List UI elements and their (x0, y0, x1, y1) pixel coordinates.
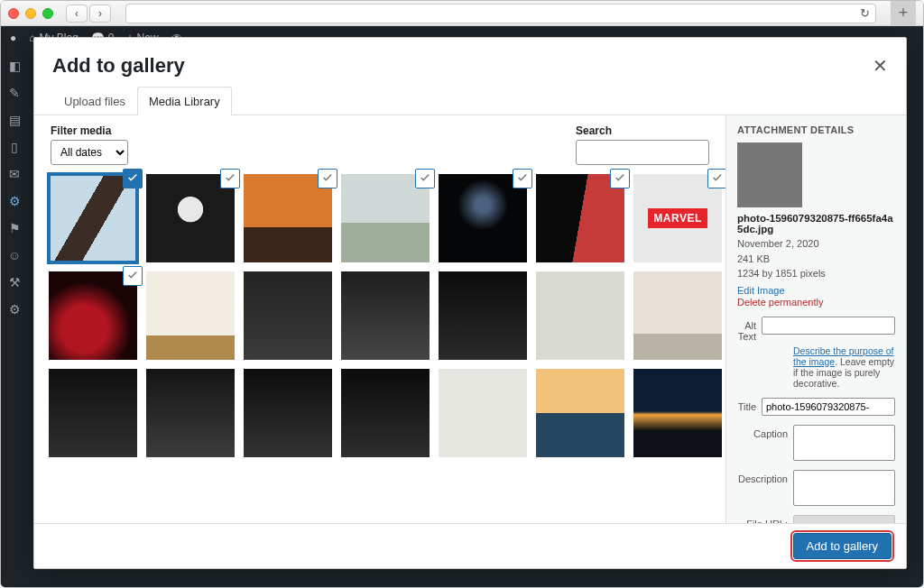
plugins-icon[interactable]: ⚑ (9, 221, 21, 235)
title-label: Title (737, 398, 756, 412)
modal-tabs: Upload files Media Library (34, 87, 906, 115)
file-url-readonly[interactable] (793, 515, 895, 524)
alt-text-label: Alt Text (737, 317, 756, 342)
media-thumb[interactable] (439, 369, 527, 457)
media-thumb[interactable] (244, 271, 332, 360)
media-thumb[interactable] (536, 174, 624, 262)
media-thumb[interactable] (244, 369, 332, 457)
tab-upload-files[interactable]: Upload files (52, 87, 137, 115)
attachment-dimensions: 1234 by 1851 pixels (737, 266, 895, 281)
caption-input[interactable] (793, 425, 895, 461)
new-tab-button[interactable]: + (891, 1, 916, 26)
alt-text-input[interactable] (762, 317, 895, 335)
attachment-filename: photo-1596079320875-ff665fa4a5dc.jpg (737, 213, 895, 234)
modal-title: Add to gallery (52, 54, 185, 78)
media-thumb[interactable] (49, 174, 137, 262)
media-icon[interactable]: ▤ (9, 113, 21, 127)
media-grid (34, 169, 725, 473)
close-window-button[interactable] (8, 8, 19, 19)
description-row: Description (737, 470, 895, 506)
dashboard-icon[interactable]: ◧ (9, 59, 21, 73)
filter-date-select[interactable]: All dates (51, 140, 128, 165)
media-thumb[interactable] (536, 369, 624, 457)
users-icon[interactable]: ☺ (8, 248, 21, 262)
media-thumb[interactable] (49, 369, 137, 457)
media-thumb[interactable] (146, 271, 235, 360)
modal-body: Filter media All dates Search (34, 115, 906, 523)
attachment-date: November 2, 2020 (737, 236, 895, 252)
media-thumb[interactable] (341, 271, 430, 360)
pages-icon[interactable]: ▯ (11, 140, 18, 154)
media-thumb[interactable] (341, 174, 430, 262)
wp-logo-icon[interactable]: ● (10, 32, 16, 44)
search-label: Search (576, 124, 709, 137)
browser-window: ‹ › ↻ + ● ⌂ My Blog 💬 0 + New 👁 (0, 0, 924, 588)
media-thumb[interactable] (633, 174, 722, 262)
wp-admin-backdrop: ● ⌂ My Blog 💬 0 + New 👁 ◧ ✎ ▤ ▯ ✉ ⚙ ⚑ (1, 26, 923, 587)
filter-label: Filter media (51, 124, 128, 137)
search-column: Search (576, 124, 709, 165)
media-thumb[interactable] (439, 271, 527, 360)
check-icon[interactable] (220, 169, 240, 188)
description-input[interactable] (793, 470, 895, 506)
check-icon[interactable] (123, 169, 143, 188)
details-heading: ATTACHMENT DETAILS (737, 124, 895, 135)
file-url-row: File URL: (737, 515, 895, 524)
browser-nav: ‹ › (66, 5, 111, 23)
traffic-lights (8, 8, 53, 19)
modal-header: Add to gallery ✕ (34, 38, 906, 87)
check-icon[interactable] (513, 169, 532, 188)
caption-row: Caption (737, 425, 895, 461)
tools-icon[interactable]: ⚒ (9, 275, 21, 289)
media-thumb[interactable] (536, 271, 624, 360)
check-icon[interactable] (415, 169, 435, 188)
address-bar[interactable]: ↻ (125, 4, 876, 23)
appearance-icon[interactable]: ⚙ (9, 194, 21, 208)
media-thumb[interactable] (244, 174, 332, 262)
posts-icon[interactable]: ✎ (9, 86, 20, 100)
filter-column: Filter media All dates (51, 124, 128, 165)
check-icon[interactable] (318, 169, 337, 188)
search-input[interactable] (576, 140, 709, 165)
check-icon[interactable] (123, 266, 143, 286)
reload-icon[interactable]: ↻ (860, 6, 870, 20)
alt-text-helper: Describe the purpose of the image. Leave… (793, 345, 895, 389)
media-thumb[interactable] (633, 271, 722, 360)
forward-button[interactable]: › (89, 5, 111, 23)
title-input[interactable] (762, 398, 895, 416)
wp-admin-sidebar: ◧ ✎ ▤ ▯ ✉ ⚙ ⚑ ☺ ⚒ ⚙ (1, 50, 28, 587)
media-thumb[interactable] (633, 369, 722, 457)
settings-icon[interactable]: ⚙ (9, 302, 21, 317)
modal-footer: Add to gallery (34, 523, 906, 568)
media-modal: Add to gallery ✕ Upload files Media Libr… (33, 37, 907, 569)
delete-permanently-link[interactable]: Delete permanently (737, 297, 895, 308)
comments-icon[interactable]: ✉ (9, 167, 20, 181)
attachment-filesize: 241 KB (737, 252, 895, 267)
attachment-actions: Edit Image Delete permanently (737, 285, 895, 308)
media-thumb[interactable] (341, 369, 430, 457)
attachment-details: ATTACHMENT DETAILS photo-1596079320875-f… (725, 115, 906, 523)
media-thumb[interactable] (49, 271, 137, 360)
media-thumb[interactable] (146, 369, 235, 457)
tab-media-library[interactable]: Media Library (137, 87, 232, 115)
back-button[interactable]: ‹ (66, 5, 88, 23)
check-icon[interactable] (610, 169, 630, 188)
media-thumb[interactable] (439, 174, 527, 262)
minimize-window-button[interactable] (25, 8, 36, 19)
media-thumb[interactable] (146, 174, 235, 262)
alt-text-row: Alt Text (737, 317, 895, 342)
media-toolbar: Filter media All dates Search (34, 115, 725, 169)
modal-close-button[interactable]: ✕ (873, 55, 888, 77)
title-row: Title (737, 398, 895, 416)
add-to-gallery-button[interactable]: Add to gallery (793, 533, 892, 559)
caption-label: Caption (737, 425, 788, 439)
description-label: Description (737, 470, 788, 484)
macos-titlebar: ‹ › ↻ + (1, 1, 923, 26)
media-main: Filter media All dates Search (34, 115, 725, 523)
edit-image-link[interactable]: Edit Image (737, 285, 895, 296)
file-url-label: File URL: (737, 515, 788, 524)
check-icon[interactable] (707, 169, 725, 188)
attachment-preview (737, 142, 802, 207)
zoom-window-button[interactable] (42, 8, 53, 19)
